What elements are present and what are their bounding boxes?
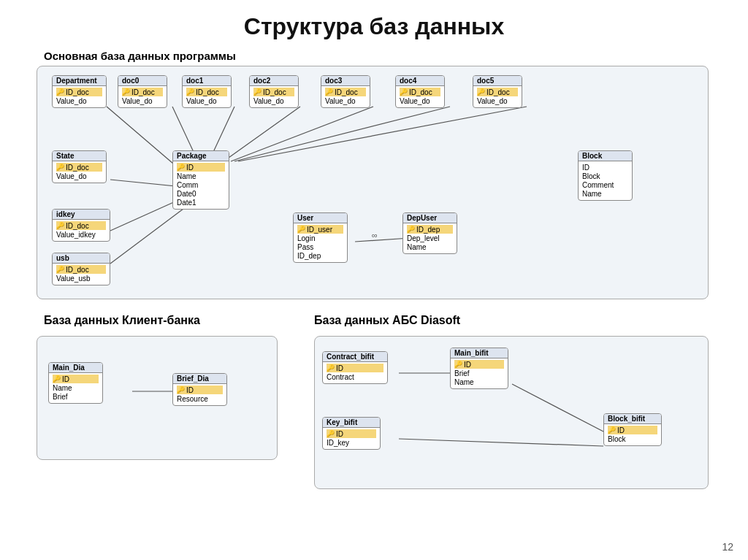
page-title: Структура баз данных	[0, 0, 748, 46]
svg-line-16	[399, 439, 603, 446]
field-doc5-id: 🔑ID_doc	[477, 88, 518, 96]
field-maindia-name: Name	[53, 383, 99, 392]
svg-line-3	[224, 107, 300, 161]
field-briefdia-id: 🔑ID	[177, 386, 223, 394]
table-briefdia: Brief_Dia 🔑ID Resource	[172, 373, 227, 406]
table-maindia-header: Main_Dia	[49, 363, 102, 373]
client-bank-diagram: Main_Dia 🔑ID Name Brief Brief_Dia 🔑ID Re…	[37, 336, 278, 460]
field-maindia-brief: Brief	[53, 392, 99, 401]
field-mainbifit-brief: Brief	[454, 369, 504, 377]
field-doc2-id: 🔑ID_doc	[253, 88, 294, 96]
field-state-id: 🔑ID_doc	[56, 163, 102, 172]
field-package-date0: Date0	[177, 189, 225, 198]
table-key-bifit: Key_bifit 🔑ID ID_key	[322, 417, 381, 450]
field-user-login: Login	[297, 234, 343, 242]
table-depuser-header: DepUser	[403, 213, 457, 223]
field-doc4-id: 🔑ID_doc	[400, 88, 440, 96]
table-state-header: State	[53, 151, 106, 161]
table-package: Package 🔑ID Name Comm Date0 Date1	[172, 150, 229, 210]
table-doc2: doc2 🔑ID_doc Value_do	[249, 75, 299, 108]
table-block-header: Block	[579, 151, 632, 161]
field-blockbifit-id: 🔑ID	[608, 426, 657, 434]
table-block-bifit: Block_bifit 🔑ID Block	[603, 413, 662, 446]
svg-line-5	[234, 107, 450, 161]
field-doc1-value: Value_do	[186, 96, 227, 105]
table-doc3-header: doc3	[321, 76, 370, 86]
table-usb-header: usb	[53, 253, 110, 264]
field-package-id: 🔑ID	[177, 163, 225, 172]
field-keybifit-id: 🔑ID	[327, 429, 376, 438]
field-depuser-iddep: 🔑ID_dep	[407, 225, 453, 234]
table-idkey: idkey 🔑ID_doc Value_idkey	[52, 209, 110, 242]
field-blockbifit-block: Block	[608, 434, 657, 443]
table-doc2-header: doc2	[250, 76, 298, 86]
field-usb-value: Value_usb	[56, 274, 106, 283]
svg-line-10	[355, 238, 410, 242]
field-department-value: Value_do	[56, 96, 102, 105]
field-maindia-id: 🔑ID	[53, 375, 99, 383]
field-depuser-name: Name	[407, 242, 453, 251]
field-state-value: Value_do	[56, 172, 102, 180]
field-depuser-deplevel: Dep_level	[407, 234, 453, 242]
field-doc1-id: 🔑ID_doc	[186, 88, 227, 96]
field-department-id: 🔑ID_doc	[56, 88, 102, 96]
table-maindia: Main_Dia 🔑ID Name Brief	[48, 362, 103, 404]
table-contract-bifit: Contract_bifit 🔑ID Contract	[322, 351, 388, 384]
field-contractbifit-id: 🔑ID	[327, 364, 383, 372]
field-package-comm: Comm	[177, 180, 225, 189]
table-main-bifit-header: Main_bifit	[451, 348, 508, 358]
field-doc0-value: Value_do	[122, 96, 163, 105]
table-block: Block ID Block Comment Name	[578, 150, 633, 201]
table-doc1-header: doc1	[183, 76, 231, 86]
svg-line-15	[512, 384, 603, 431]
table-doc4: doc4 🔑ID_doc Value_do	[395, 75, 445, 108]
field-block-comment: Comment	[582, 180, 628, 189]
table-department-header: Department	[53, 76, 106, 86]
field-package-date1: Date1	[177, 198, 225, 207]
field-block-name: Name	[582, 189, 628, 198]
table-doc0-header: doc0	[118, 76, 167, 86]
table-doc4-header: doc4	[396, 76, 444, 86]
table-user: User 🔑ID_user Login Pass ID_dep	[293, 212, 348, 263]
table-usb: usb 🔑ID_doc Value_usb	[52, 253, 110, 285]
table-main-bifit: Main_bifit 🔑ID Brief Name	[450, 348, 508, 389]
table-doc1: doc1 🔑ID_doc Value_do	[182, 75, 232, 108]
table-key-bifit-header: Key_bifit	[323, 418, 380, 428]
field-keybifit-idkey: ID_key	[327, 438, 376, 447]
main-section-label: Основная база данных программы	[44, 50, 236, 62]
field-doc5-value: Value_do	[477, 96, 518, 105]
field-idkey-id: 🔑ID_doc	[56, 221, 106, 230]
field-doc0-id: 🔑ID_doc	[122, 88, 163, 96]
field-doc4-value: Value_do	[400, 96, 440, 105]
svg-line-6	[238, 107, 527, 161]
svg-line-4	[231, 107, 373, 161]
table-doc5: doc5 🔑ID_doc Value_do	[473, 75, 522, 108]
field-contractbifit-contract: Contract	[327, 372, 383, 381]
diasoft-diagram: Contract_bifit 🔑ID Contract Main_bifit 🔑…	[314, 336, 709, 489]
table-package-header: Package	[173, 151, 229, 161]
table-doc5-header: doc5	[473, 76, 522, 86]
field-briefdia-resource: Resource	[177, 394, 223, 403]
field-usb-id: 🔑ID_doc	[56, 265, 106, 274]
table-doc0: doc0 🔑ID_doc Value_do	[118, 75, 167, 108]
field-doc2-value: Value_do	[253, 96, 294, 105]
diasoft-label: База данных АБС Diasoft	[314, 314, 460, 327]
table-depuser: DepUser 🔑ID_dep Dep_level Name	[402, 212, 457, 254]
table-department: Department 🔑ID_doc Value_do	[52, 75, 107, 108]
svg-text:∞: ∞	[372, 231, 378, 239]
table-idkey-header: idkey	[53, 210, 110, 220]
field-idkey-value: Value_idkey	[56, 230, 106, 239]
field-mainbifit-id: 🔑ID	[454, 360, 504, 369]
table-briefdia-header: Brief_Dia	[173, 374, 226, 384]
field-block-id: ID	[582, 163, 628, 172]
table-contract-bifit-header: Contract_bifit	[323, 352, 387, 362]
field-user-id: 🔑ID_user	[297, 225, 343, 234]
table-block-bifit-header: Block_bifit	[604, 414, 661, 424]
table-state: State 🔑ID_doc Value_do	[52, 150, 107, 183]
table-doc3: doc3 🔑ID_doc Value_do	[321, 75, 370, 108]
field-doc3-value: Value_do	[325, 96, 366, 105]
field-package-name: Name	[177, 172, 225, 180]
field-block-block: Block	[582, 172, 628, 180]
table-user-header: User	[294, 213, 347, 223]
client-bank-label: База данных Клиент-банка	[44, 314, 200, 327]
